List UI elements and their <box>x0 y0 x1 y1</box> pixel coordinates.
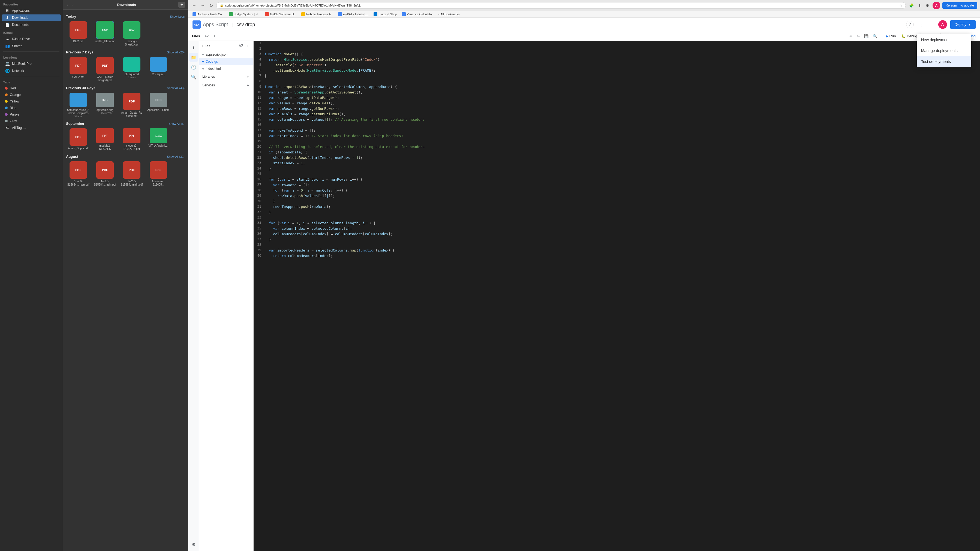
finder-toolbar: ‹ › Downloads + <box>63 0 188 10</box>
extensions-btn[interactable]: 🧩 <box>908 3 915 8</box>
sidebar-tag-blue[interactable]: Blue <box>2 105 61 111</box>
sidebar-item-documents[interactable]: 📄 Documents <box>2 22 61 28</box>
bookmark-robotic[interactable]: Robotic Process A... <box>299 12 336 17</box>
gas-profile-avatar[interactable]: A <box>938 20 947 29</box>
file-bec-pdf[interactable]: PDF BEC.pdf <box>66 20 91 48</box>
add-library-btn[interactable]: + <box>246 74 250 79</box>
sidebar-tag-yellow[interactable]: Yellow <box>2 98 61 104</box>
refresh-btn[interactable]: ↻ <box>208 2 214 9</box>
show-all-august[interactable]: Show All (31) <box>167 155 185 158</box>
file-index-html[interactable]: Index.html <box>199 65 253 72</box>
gas-files-icon[interactable]: 📁 <box>189 53 198 62</box>
show-less-today[interactable]: Show Less <box>170 15 185 18</box>
sidebar-tag-all[interactable]: 🏷 All Tags... <box>2 124 61 131</box>
file-aman-resume[interactable]: PDF Aman_Gupta_Resume.pdf <box>119 92 144 119</box>
file-admission[interactable]: PDF Admissio... 615605... <box>146 160 171 187</box>
file-applicatio[interactable]: DOC Applicatio... Gupta <box>146 92 171 119</box>
file-chi-squared-folder[interactable]: chi squared 3 items <box>119 56 144 83</box>
sidebar-tag-orange[interactable]: Orange <box>2 92 61 98</box>
file-netflix-csv[interactable]: CSV netflix_titles.csv <box>93 20 117 48</box>
bookmark-gde[interactable]: G+DE Software D... <box>263 12 299 17</box>
run-button[interactable]: ▶ Run <box>883 33 898 39</box>
sort-btn[interactable]: AZ <box>203 33 211 39</box>
back-btn[interactable]: ← <box>191 2 197 8</box>
file-agrivision-png[interactable]: IMG agrivision.png 1,024 × 768 <box>93 92 117 119</box>
forward-btn[interactable]: → <box>200 2 206 8</box>
code-line-21: 21 if (!appendData) { <box>254 150 980 155</box>
bookmark-judge[interactable]: Judge System | H... <box>227 12 262 17</box>
add-file-btn[interactable]: + <box>212 32 217 40</box>
file-chi-squa-folder[interactable]: Chi squa... <box>146 56 171 83</box>
sidebar-item-icloud-drive[interactable]: ☁ iCloud Drive <box>2 36 61 42</box>
show-all-7days[interactable]: Show All (20) <box>167 51 185 54</box>
search-btn[interactable]: 🔍 <box>871 33 879 39</box>
finder-back-btn[interactable]: ‹ <box>65 2 69 8</box>
services-section[interactable]: Services + <box>199 81 253 90</box>
libraries-section[interactable]: Libraries + <box>199 72 253 81</box>
file-vit-analytics[interactable]: XLSX VIT_A Analytic... <box>146 127 171 152</box>
sidebar-tag-red[interactable]: Red <box>2 85 61 91</box>
debug-button[interactable]: 🐛 Debug <box>899 33 919 39</box>
deploy-button[interactable]: Deploy ▼ <box>950 20 976 29</box>
bookmark-more[interactable]: » All Bookmarks <box>436 12 461 16</box>
documents-icon: 📄 <box>5 22 10 27</box>
icloud-section: iCloud <box>0 29 63 35</box>
undo-btn[interactable]: ↩ <box>848 33 854 39</box>
sort-files-btn[interactable]: AZ <box>237 43 245 49</box>
bookmark-archive[interactable]: Archive - Hash Co... <box>190 12 226 17</box>
file-module2-des[interactable]: PPT module2-DES,AES <box>93 127 117 152</box>
add-service-btn[interactable]: + <box>246 83 250 88</box>
code-line-3: 3function doGet() { <box>254 52 980 57</box>
help-btn[interactable]: ? <box>906 21 914 29</box>
file-catii-pdf[interactable]: PDF CAT II (3 files merged).pdf <box>93 56 117 83</box>
bookmark-variance[interactable]: Variance Calculator <box>400 12 435 17</box>
file-aug3[interactable]: PDF 1-s2.0-S15684...main.pdf <box>119 160 144 187</box>
deploy-option-new[interactable]: New deployment <box>917 34 971 45</box>
sidebar-tag-gray[interactable]: Gray <box>2 118 61 124</box>
sidebar-item-applications[interactable]: 🖥 Applications <box>2 7 61 14</box>
file-module2-ppt[interactable]: PPT module2-DES,AES.ppt <box>119 127 144 152</box>
code-line-14: 14 var numCols = range.getNumColumns(); <box>254 112 980 117</box>
files-header-actions: AZ + <box>237 43 250 49</box>
sidebar-tag-purple[interactable]: Purple <box>2 111 61 118</box>
finder-add-btn[interactable]: + <box>178 2 185 8</box>
file-64f6-folder[interactable]: 64f6cd9d2a5be_Submis...emplates 3 items <box>66 92 91 119</box>
sidebar-item-macbook[interactable]: 💻 MacBook Pro <box>2 60 61 67</box>
deploy-option-manage[interactable]: Manage deployments <box>917 45 971 56</box>
file-aug1[interactable]: PDF 1-s2.0-S15684...main.pdf <box>66 160 91 187</box>
file-code-gs[interactable]: Code.gs <box>199 58 253 65</box>
sync-btn[interactable]: ⚙ <box>924 3 931 8</box>
add-file-btn2[interactable]: + <box>246 43 250 49</box>
finder-forward-btn[interactable]: › <box>71 2 75 8</box>
file-appsscript[interactable]: appsscript.json <box>199 51 253 58</box>
url-text: script.google.com/u/0/home/projects/1WS-… <box>225 4 898 7</box>
gas-container: </> Apps Script | csv drop ? ⋮⋮⋮ A Deplo… <box>188 18 980 551</box>
url-bar[interactable]: 🔒 script.google.com/u/0/home/projects/1W… <box>216 2 906 9</box>
code-line-31: 31 rowsToAppend.push(rowData); <box>254 204 980 210</box>
file-cat2-pdf[interactable]: PDF CAT 2.pdf <box>66 56 91 83</box>
file-aug2[interactable]: PDF 1-s2.0-S15684...main.pdf <box>93 160 117 187</box>
redo-btn[interactable]: ↪ <box>855 33 861 39</box>
code-editor: 1 2 3function doGet() { 4 return HtmlSer… <box>254 41 980 551</box>
save-btn[interactable]: 💾 <box>862 33 870 39</box>
bookmark-mypat[interactable]: myPAT - India's L... <box>336 12 371 17</box>
gas-clock-icon[interactable]: 🕐 <box>189 63 198 71</box>
download-btn[interactable]: ⬇ <box>917 3 923 8</box>
show-all-30days[interactable]: Show All (43) <box>167 86 185 90</box>
relaunch-button[interactable]: Relaunch to update <box>942 2 977 9</box>
apps-grid-btn[interactable]: ⋮⋮⋮ <box>917 21 935 29</box>
gas-search-icon[interactable]: 🔍 <box>189 73 198 81</box>
sidebar-item-downloads[interactable]: ⬇ Downloads <box>2 14 61 21</box>
section-7days: Previous 7 Days Show All (20) <box>66 50 185 54</box>
star-icon[interactable]: ☆ <box>899 3 902 7</box>
gas-settings-icon[interactable]: ⚙ <box>189 540 198 549</box>
file-aman-pdf[interactable]: PDF Aman_Gupta.pdf <box>66 127 91 152</box>
file-testing-sheet[interactable]: CSV testing - Sheet1.csv <box>119 20 144 48</box>
sidebar-item-network[interactable]: 🌐 Network <box>2 68 61 74</box>
deploy-option-test[interactable]: Test deployments <box>917 56 971 67</box>
show-all-september[interactable]: Show All (6) <box>169 122 185 125</box>
sidebar-item-shared[interactable]: 👥 Shared <box>2 43 61 49</box>
bookmark-blizzard[interactable]: Blizzard Shop <box>371 12 399 17</box>
profile-avatar[interactable]: A <box>932 2 940 9</box>
gas-info-icon[interactable]: ℹ <box>189 43 198 52</box>
